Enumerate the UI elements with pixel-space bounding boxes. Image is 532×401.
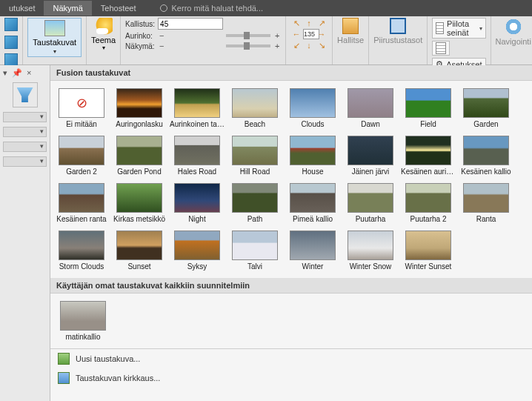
thumb-label: Night — [170, 215, 225, 223]
background-thumb[interactable]: matinkallio — [53, 298, 113, 344]
thumb-label: Aurinkoinen tal... — [170, 120, 225, 128]
arrow-sw-icon[interactable]: ↙ — [290, 40, 302, 50]
thumb-image — [405, 183, 451, 213]
tab-view[interactable]: Näkymä — [44, 1, 91, 16]
background-brightness-item[interactable]: Taustakuvan kirkkaus... — [50, 368, 532, 388]
sidebar-section[interactable] — [3, 156, 47, 167]
thumb-label: Path — [227, 215, 282, 223]
arrow-left-icon[interactable]: ← — [290, 29, 302, 39]
thumb-image — [405, 88, 451, 118]
background-thumb[interactable]: Aurinkoinen tal... — [169, 85, 225, 131]
panel-footer: Uusi taustakuva... Taustakuvan kirkkaus.… — [50, 348, 532, 388]
arrow-down-icon[interactable]: ↓ — [303, 40, 315, 50]
tab-settings[interactable]: utukset — [0, 1, 44, 16]
background-thumb[interactable]: Path — [227, 180, 283, 226]
background-thumb[interactable]: Talvi — [227, 228, 283, 274]
sun-slider[interactable] — [226, 34, 270, 37]
cube-blue-icon[interactable] — [4, 18, 18, 31]
hide-walls-label: Piilota seinät — [447, 19, 476, 37]
backgrounds-panel: Fusion taustakuvat Ei mitäänAuringonlask… — [50, 65, 532, 401]
arrow-ne-icon[interactable]: ↗ — [316, 18, 327, 28]
chevron-down-icon: ▾ — [53, 48, 56, 55]
user-thumbs: matinkallio — [50, 294, 532, 348]
background-thumb[interactable]: Field — [400, 85, 456, 131]
background-thumb[interactable]: Night — [169, 180, 225, 226]
gear-icon — [342, 18, 359, 34]
background-thumb[interactable]: Garden — [458, 85, 514, 131]
thumb-image — [290, 231, 336, 260]
collapse-left-icon[interactable]: ▾ — [3, 68, 7, 78]
drawing-layers-button[interactable]: Piirustustasot — [373, 18, 422, 44]
backgrounds-button[interactable]: Taustakuvat ▾ — [27, 18, 82, 57]
background-thumb[interactable]: Dawn — [342, 85, 399, 131]
background-thumb[interactable]: Sunset — [111, 228, 167, 274]
background-thumb[interactable]: Syksy — [169, 228, 225, 274]
thumb-image — [405, 231, 451, 260]
thumb-image — [232, 136, 278, 165]
background-thumb[interactable]: Winter — [285, 228, 341, 274]
tilt-input[interactable] — [158, 18, 223, 30]
ribbon-group-backgrounds: Taustakuvat ▾ — [23, 16, 87, 64]
grid-toggle[interactable] — [432, 41, 450, 56]
plus-icon[interactable]: + — [273, 42, 281, 50]
tell-me-search[interactable]: Kerro mitä haluat tehdä... — [160, 4, 264, 13]
background-thumb[interactable]: Kirkas metsikkö — [111, 180, 167, 226]
theme-button[interactable]: Teema ▾ — [91, 18, 116, 51]
thumb-image — [463, 183, 509, 213]
filter-clear-button[interactable] — [13, 82, 38, 107]
new-background-item[interactable]: Uusi taustakuva... — [50, 349, 532, 368]
pin-icon[interactable]: 📌 — [12, 68, 22, 78]
hide-walls-dropdown[interactable]: Piilota seinät ▾ — [432, 18, 485, 39]
background-thumb[interactable]: Winter Sunset — [400, 228, 456, 274]
arrow-se-icon[interactable]: ↘ — [316, 40, 327, 50]
arrow-up-icon[interactable]: ↑ — [303, 18, 315, 28]
ribbon-group-layers: Piirustustasot — [369, 16, 428, 64]
background-thumb[interactable]: Hales Road — [169, 133, 225, 179]
background-thumb[interactable]: Kesäinen aurin... — [400, 133, 456, 179]
background-thumb[interactable]: Ei mitään — [53, 85, 110, 131]
background-thumb[interactable]: Puutarha 2 — [400, 180, 456, 226]
arrow-right-icon[interactable]: → — [316, 29, 327, 39]
background-thumb[interactable]: Ranta — [458, 180, 514, 226]
background-thumb[interactable]: Pimeä kallio — [285, 180, 341, 226]
thumb-label: Hales Road — [170, 168, 225, 176]
background-thumb[interactable]: Garden 2 — [53, 133, 110, 179]
tab-effects[interactable]: Tehosteet — [92, 1, 145, 16]
background-thumb[interactable]: Winter Snow — [342, 228, 399, 274]
sidebar-section[interactable] — [3, 127, 47, 137]
sidebar-section[interactable] — [3, 112, 47, 122]
view-slider[interactable] — [226, 44, 270, 47]
navigate-button[interactable]: Navigointi — [496, 18, 531, 46]
panel-header-user: Käyttäjän omat taustakuvat kaikkiin suun… — [50, 278, 532, 294]
minus-icon[interactable]: − — [158, 42, 165, 50]
background-thumb[interactable]: House — [285, 133, 341, 179]
thumb-label: Kesäinen aurin... — [401, 168, 456, 176]
thumb-image — [232, 231, 278, 260]
brightness-label: Taustakuvan kirkkaus... — [76, 374, 160, 382]
background-thumb[interactable]: Clouds — [285, 85, 341, 131]
tilt-label: Kallistus: — [125, 20, 155, 28]
background-thumb[interactable]: Kesäinen ranta — [53, 180, 110, 226]
background-thumb[interactable]: Storm Clouds — [53, 228, 110, 274]
background-thumb[interactable]: Jäinen järvi — [342, 133, 399, 179]
background-thumb[interactable]: Garden Pond — [111, 133, 167, 179]
thumb-image — [405, 136, 451, 165]
background-thumb[interactable]: Auringonlasku — [111, 85, 167, 131]
arrow-nw-icon[interactable]: ↖ — [290, 18, 302, 28]
sidebar-section[interactable] — [3, 142, 47, 152]
sidebar: ▾ 📌 × — [0, 65, 50, 401]
background-thumb[interactable]: Kesäinen kallio — [458, 133, 514, 179]
thumb-image — [174, 136, 220, 165]
plus-icon[interactable]: + — [273, 31, 281, 40]
grid-icon — [436, 42, 446, 54]
cube-blue2-icon[interactable] — [4, 36, 18, 49]
background-thumb[interactable]: Beach — [227, 85, 283, 131]
background-thumb[interactable]: Puutarha — [342, 180, 399, 226]
thumb-label: Garden — [459, 120, 513, 128]
sun-cloud-icon — [95, 18, 113, 36]
rotation-pad[interactable]: ↖↑↗ ← → ↙↓↘ — [290, 18, 327, 50]
manage-button: Hallitse — [337, 18, 364, 44]
background-thumb[interactable]: Hill Road — [227, 133, 283, 179]
minus-icon[interactable]: − — [158, 31, 165, 40]
close-icon[interactable]: × — [27, 68, 31, 78]
